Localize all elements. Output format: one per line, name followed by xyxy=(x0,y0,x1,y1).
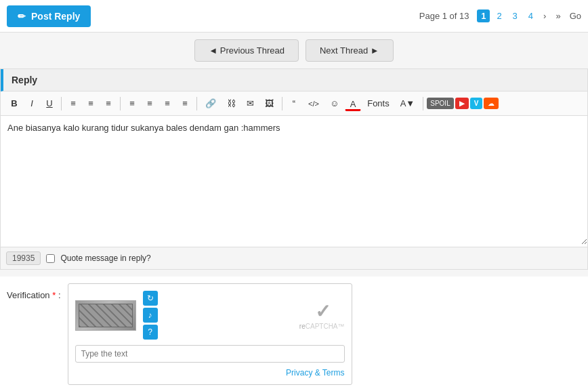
page-info: Page 1 of 13 xyxy=(419,11,469,21)
captcha-logo: ✓ reCAPTCHA™ xyxy=(165,300,345,330)
align-center-button[interactable]: ≡ xyxy=(83,96,99,111)
post-reply-button[interactable]: ✏ Post Reply xyxy=(7,5,91,27)
smile-button[interactable]: ☺ xyxy=(325,96,343,111)
captcha-buttons: ↻ ♪ ? xyxy=(143,291,158,340)
bold-button[interactable]: B xyxy=(6,96,22,111)
page-2-link[interactable]: 2 xyxy=(492,9,505,22)
captcha-top: ↻ ♪ ? ✓ reCAPTCHA™ xyxy=(75,291,345,340)
pencil-icon: ✏ xyxy=(18,11,26,22)
email-button[interactable]: ✉ xyxy=(242,96,259,111)
spoil-button[interactable]: SPOIL xyxy=(427,98,453,109)
thread-nav: ◄ Previous Thread Next Thread ► xyxy=(0,33,588,68)
font-format-button[interactable]: A▼ xyxy=(396,96,420,111)
captcha-input[interactable] xyxy=(75,345,345,363)
quote-label[interactable]: Quote message in reply? xyxy=(60,253,150,263)
privacy-link[interactable]: Privacy & Terms xyxy=(286,368,344,378)
page-1-link[interactable]: 1 xyxy=(477,9,490,22)
reply-header: Reply xyxy=(1,69,587,91)
vimeo-button[interactable]: V xyxy=(470,98,483,109)
captcha-wrapper: ↻ ♪ ? ✓ reCAPTCHA™ P xyxy=(68,283,352,387)
editor-textarea[interactable]: Ane biasanya kalo kurang tidur sukanya b… xyxy=(1,116,587,245)
quote-checkbox[interactable] xyxy=(46,254,55,263)
list-unordered-button[interactable]: ≡ xyxy=(124,96,140,111)
last-page-icon[interactable]: » xyxy=(552,9,564,22)
code-button[interactable]: </> xyxy=(303,97,324,110)
captcha-image-inner xyxy=(79,304,133,327)
outdent-button[interactable]: ≡ xyxy=(177,96,193,111)
soundcloud-button[interactable]: ☁ xyxy=(484,98,499,109)
pagination: Page 1 of 13 1 2 3 4 › » Go xyxy=(419,9,581,22)
top-bar: ✏ Post Reply Page 1 of 13 1 2 3 4 › » Go xyxy=(0,0,588,33)
unlink-button[interactable]: ⛓ xyxy=(222,96,240,111)
captcha-image xyxy=(75,300,136,331)
captcha-logo-mark: ✓ xyxy=(299,300,345,323)
char-count: 19935 xyxy=(6,251,41,265)
separator-3 xyxy=(196,97,197,110)
fonts-button[interactable]: Fonts xyxy=(362,96,394,111)
captcha-audio-button[interactable]: ♪ xyxy=(143,308,158,323)
italic-button[interactable]: I xyxy=(24,96,40,111)
captcha-box: ↻ ♪ ? ✓ reCAPTCHA™ P xyxy=(68,283,352,385)
underline-button[interactable]: U xyxy=(41,96,58,111)
previous-thread-button[interactable]: ◄ Previous Thread xyxy=(194,39,299,62)
align-right-button[interactable]: ≡ xyxy=(100,96,117,111)
required-star: * xyxy=(52,290,56,300)
align-left-button[interactable]: ≡ xyxy=(65,96,81,111)
verification-section: Verification * : ↻ ♪ ? xyxy=(0,277,588,387)
verification-row: Verification * : ↻ ♪ ? xyxy=(7,283,581,387)
next-thread-button[interactable]: Next Thread ► xyxy=(306,39,394,62)
page-4-link[interactable]: 4 xyxy=(524,9,537,22)
list-ordered-button[interactable]: ≡ xyxy=(142,96,158,111)
captcha-help-button[interactable]: ? xyxy=(143,325,158,340)
captcha-logo-text: reCAPTCHA™ xyxy=(299,323,345,330)
youtube-button[interactable]: ▶ xyxy=(455,98,469,109)
separator-5 xyxy=(423,97,423,110)
link-button[interactable]: 🔗 xyxy=(201,96,221,111)
separator-2 xyxy=(120,97,121,110)
quote-button[interactable]: “ xyxy=(286,96,302,111)
reply-section: Reply B I U ≡ ≡ ≡ ≡ ≡ ≡ ≡ 🔗 ⛓ ✉ 🖼 “ </> … xyxy=(0,68,588,270)
post-reply-label: Post Reply xyxy=(31,11,80,22)
next-page-icon[interactable]: › xyxy=(540,9,549,22)
separator-4 xyxy=(282,97,282,110)
separator-1 xyxy=(61,97,62,110)
verification-label: Verification * : xyxy=(7,283,61,300)
captcha-footer: Privacy & Terms xyxy=(75,368,345,378)
editor-bottom: 19935 Quote message in reply? xyxy=(1,247,587,269)
go-label[interactable]: Go xyxy=(570,11,581,21)
captcha-refresh-button[interactable]: ↻ xyxy=(143,291,158,306)
editor-toolbar: B I U ≡ ≡ ≡ ≡ ≡ ≡ ≡ 🔗 ⛓ ✉ 🖼 “ </> ☺ A Fo… xyxy=(1,91,587,116)
indent-button[interactable]: ≡ xyxy=(159,96,175,111)
page-3-link[interactable]: 3 xyxy=(509,9,522,22)
image-button[interactable]: 🖼 xyxy=(260,96,278,111)
font-color-button[interactable]: A xyxy=(345,96,361,111)
